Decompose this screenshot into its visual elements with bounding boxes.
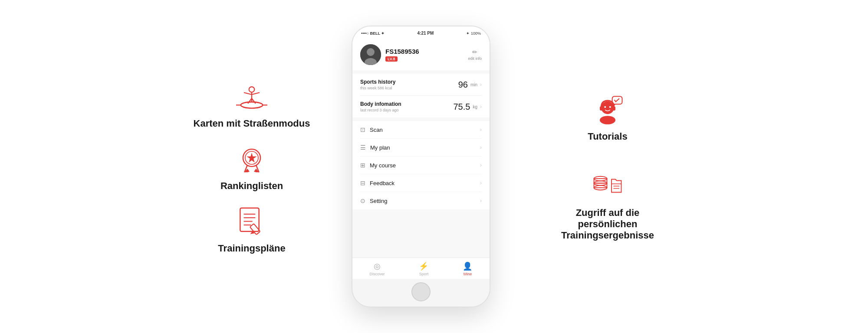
svg-line-7 [252, 92, 260, 95]
svg-point-31 [609, 106, 611, 108]
training-plans-icon [230, 204, 273, 238]
scan-label: Scan [370, 127, 383, 133]
stat-sub-body: last record 3 days ago [360, 108, 401, 112]
plan-label: My plan [370, 144, 390, 151]
profile-username: FS1589536 [385, 48, 419, 55]
chevron-feedback-icon: › [480, 180, 482, 186]
pencil-icon: ✏ [472, 49, 477, 56]
feature-zugriff: Zugriff auf die persönlichen Trainingser… [551, 168, 664, 241]
status-battery: ✦ 100% [466, 31, 481, 36]
chevron-scan-icon: › [480, 127, 482, 133]
phone-shell: ••••○ BELL ✦ 4:21 PM ✦ 100% [352, 26, 490, 307]
stats-section: Sports history this week 586 kcal 96 min… [352, 74, 490, 118]
stat-left-body: Body infomation last record 3 days ago [360, 101, 401, 112]
profile-header: FS1589536 LV.8 ✏ edit info [352, 38, 490, 70]
status-carrier: ••••○ BELL ✦ [361, 31, 385, 36]
page-wrapper: Karten mit Straßenmodus Rankingliste [0, 0, 868, 333]
stat-unit-sports: min [470, 82, 477, 87]
stat-sports-history[interactable]: Sports history this week 586 kcal 96 min… [360, 74, 482, 96]
tutorials-icon [586, 92, 629, 127]
svg-line-6 [244, 92, 252, 95]
svg-point-30 [604, 106, 606, 108]
map-street-icon [230, 79, 273, 114]
level-badge: LV.8 [385, 56, 398, 62]
svg-rect-29 [612, 106, 615, 111]
compass-icon: ◎ [374, 261, 381, 271]
stat-left: Sports history this week 586 kcal [360, 79, 395, 90]
phone-screen: FS1589536 LV.8 ✏ edit info Sports histor… [352, 38, 490, 279]
menu-left-setting: ⊙ Setting [360, 197, 387, 204]
menu-left-course: ⊞ My course [360, 162, 396, 169]
stat-title-body: Body infomation [360, 101, 401, 107]
right-features: Tutorials Zugr [516, 92, 699, 241]
setting-icon: ⊙ [360, 197, 365, 204]
stat-unit-body: kg [473, 104, 477, 109]
bottom-nav: ◎ Discover ⚡ Sport 👤 Mine [352, 258, 490, 279]
sport-icon: ⚡ [419, 261, 428, 271]
tutorials-label: Tutorials [588, 131, 627, 142]
chevron-plan-icon: › [480, 144, 482, 150]
menu-section: ⊡ Scan › ☰ My plan › ⊞ [352, 121, 490, 209]
stat-right-body: 75.5 kg › [454, 102, 482, 112]
sport-label: Sport [419, 272, 429, 276]
person-icon: 👤 [463, 261, 472, 271]
svg-line-8 [248, 98, 252, 104]
profile-left: FS1589536 LV.8 [360, 44, 419, 65]
course-label: My course [370, 162, 396, 169]
feedback-icon: ⊟ [360, 180, 365, 186]
ranking-icon [230, 141, 273, 176]
plan-icon: ☰ [360, 144, 366, 151]
stat-sub-sports: this week 586 kcal [360, 86, 395, 90]
svg-point-25 [367, 48, 375, 56]
feature-tutorials: Tutorials [586, 92, 629, 142]
home-button-area [352, 279, 490, 307]
rankinglisten-label: Rankinglisten [220, 180, 283, 192]
mine-label: Mine [464, 272, 472, 276]
svg-rect-17 [240, 208, 259, 231]
trainingsplaene-label: Trainingspläne [218, 243, 285, 254]
svg-point-33 [600, 116, 615, 124]
stat-value-sports: 96 [458, 80, 468, 90]
setting-label: Setting [370, 198, 387, 204]
course-icon: ⊞ [360, 162, 365, 169]
nav-discover[interactable]: ◎ Discover [369, 261, 385, 276]
svg-rect-28 [600, 106, 603, 111]
menu-left-feedback: ⊟ Feedback [360, 180, 395, 186]
profile-info: FS1589536 LV.8 [385, 48, 419, 62]
svg-line-9 [252, 98, 256, 104]
avatar [360, 44, 381, 65]
menu-row-scan[interactable]: ⊡ Scan › [360, 121, 482, 139]
menu-row-setting[interactable]: ⊙ Setting › [360, 192, 482, 209]
home-button[interactable] [411, 282, 431, 301]
nav-mine[interactable]: 👤 Mine [463, 261, 472, 276]
karten-label: Karten mit Straßenmodus [194, 118, 310, 129]
svg-point-0 [241, 102, 263, 108]
chevron-right-body-icon: › [480, 104, 482, 110]
feature-rankinglisten: Rankinglisten [220, 141, 283, 192]
zugriff-label: Zugriff auf die persönlichen Trainingser… [551, 207, 664, 241]
left-features: Karten mit Straßenmodus Rankingliste [169, 79, 334, 254]
phone-container: ••••○ BELL ✦ 4:21 PM ✦ 100% [352, 26, 490, 307]
edit-label: edit info [468, 56, 482, 61]
status-time: 4:21 PM [418, 31, 434, 36]
edit-info-button[interactable]: ✏ edit info [468, 49, 482, 61]
menu-left-scan: ⊡ Scan [360, 126, 383, 133]
scan-icon: ⊡ [360, 126, 365, 133]
feature-trainingsplaene: Trainingspläne [218, 204, 285, 254]
stat-title-sports: Sports history [360, 79, 395, 85]
stat-value-body: 75.5 [454, 102, 470, 112]
menu-row-myplan[interactable]: ☰ My plan › [360, 139, 482, 157]
training-results-icon [586, 168, 629, 203]
menu-row-mycourse[interactable]: ⊞ My course › [360, 157, 482, 174]
svg-point-4 [249, 87, 255, 92]
menu-row-feedback[interactable]: ⊟ Feedback › [360, 174, 482, 192]
nav-sport[interactable]: ⚡ Sport [419, 261, 428, 276]
chevron-right-icon: › [480, 82, 482, 88]
discover-label: Discover [369, 272, 385, 276]
stat-body-info[interactable]: Body infomation last record 3 days ago 7… [360, 96, 482, 118]
chevron-setting-icon: › [480, 198, 482, 204]
menu-left-plan: ☰ My plan [360, 144, 390, 151]
stat-right: 96 min › [458, 80, 482, 90]
svg-marker-12 [247, 153, 256, 163]
chevron-course-icon: › [480, 162, 482, 168]
